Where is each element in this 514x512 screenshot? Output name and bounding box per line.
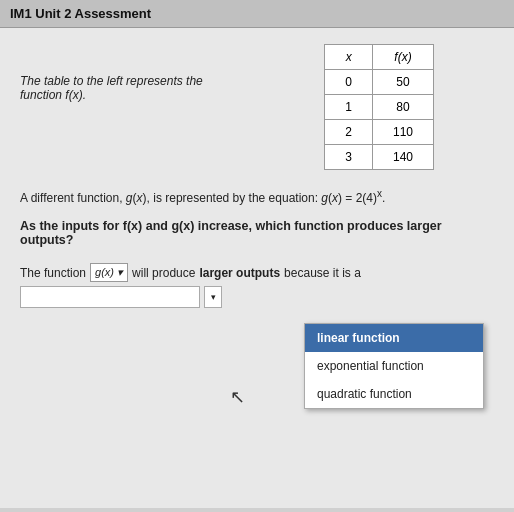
equation-text: A different function, g(x), is represent… [20,188,494,205]
question-text: As the inputs for f(x) and g(x) increase… [20,219,494,247]
content-area: The table to the left represents the fun… [0,28,514,508]
option-quadratic[interactable]: quadratic function [305,380,483,408]
answer-prefix: The function [20,266,86,280]
table-row: 050 [325,70,434,95]
window: IM1 Unit 2 Assessment The table to the l… [0,0,514,512]
option-linear[interactable]: linear function [305,324,483,352]
answer-middle: will produce [132,266,195,280]
answer-suffix: because it is a [284,266,361,280]
data-table: x f(x) 05018021103140 [324,44,434,170]
dropdown-arrow[interactable]: ▾ [204,286,222,308]
table-row: 2110 [325,120,434,145]
table-section: The table to the left represents the fun… [20,44,494,170]
cursor: ↖ [230,386,245,408]
function-select[interactable]: g(x) ▾ [90,263,128,282]
col-header-x: x [325,45,373,70]
dropdown-menu: linear function exponential function qua… [304,323,484,409]
table-label: The table to the left represents the fun… [20,74,220,102]
col-header-fx: f(x) [372,45,433,70]
option-exponential[interactable]: exponential function [305,352,483,380]
table-row: 180 [325,95,434,120]
answer-input-box[interactable] [20,286,200,308]
answer-row: The function g(x) ▾ will produce larger … [20,263,494,308]
title-bar: IM1 Unit 2 Assessment [0,0,514,28]
window-title: IM1 Unit 2 Assessment [10,6,151,21]
answer-bold: larger outputs [199,266,280,280]
table-row: 3140 [325,145,434,170]
